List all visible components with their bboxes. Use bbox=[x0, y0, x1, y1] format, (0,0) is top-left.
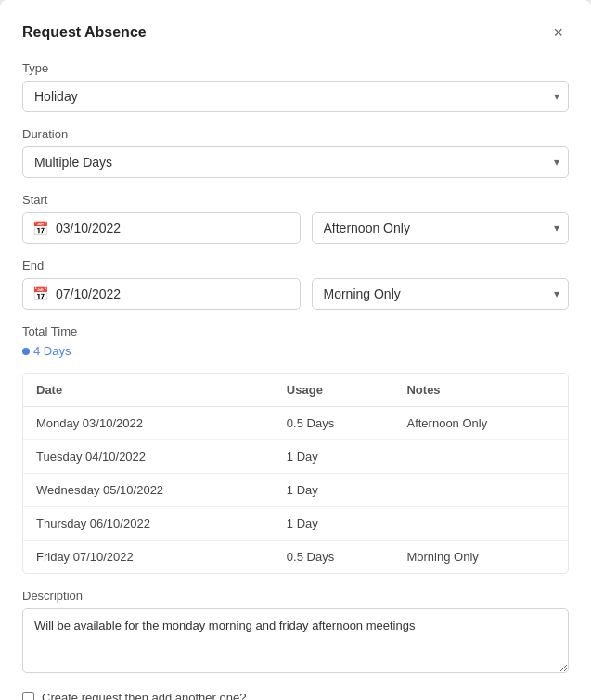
total-time-dot bbox=[22, 348, 30, 355]
cell-date: Friday 07/10/2022 bbox=[23, 541, 274, 574]
cell-notes: Morning Only bbox=[393, 541, 568, 574]
total-time-text: 4 Days bbox=[33, 344, 71, 358]
type-select[interactable]: Holiday Sick Personal bbox=[22, 81, 569, 112]
type-label: Type bbox=[22, 61, 569, 75]
cell-usage: 1 Day bbox=[274, 440, 394, 474]
col-date: Date bbox=[23, 374, 274, 407]
cell-notes: Afternoon Only bbox=[393, 407, 568, 440]
start-field-group: Start 📅 03/10/2022 All Day Morning Only … bbox=[22, 193, 569, 244]
col-usage: Usage bbox=[274, 374, 394, 407]
add-another-label[interactable]: Create request then add another one? bbox=[42, 691, 246, 700]
checkbox-row: Create request then add another one? bbox=[22, 691, 569, 700]
cell-usage: 1 Day bbox=[274, 507, 394, 541]
cell-usage: 1 Day bbox=[274, 474, 394, 507]
duration-label: Duration bbox=[22, 127, 569, 141]
close-button[interactable]: × bbox=[547, 22, 569, 43]
table-header-row: Date Usage Notes bbox=[23, 374, 568, 407]
table-row: Tuesday 04/10/20221 Day bbox=[23, 440, 568, 474]
table-row: Thursday 06/10/20221 Day bbox=[23, 507, 568, 541]
description-textarea[interactable] bbox=[22, 608, 569, 673]
end-date-value: 07/10/2022 bbox=[56, 286, 121, 301]
calendar-icon-end: 📅 bbox=[32, 286, 48, 301]
total-time-section: Total Time 4 Days bbox=[22, 325, 569, 358]
request-absence-modal: Request Absence × Type Holiday Sick Pers… bbox=[0, 0, 591, 700]
cell-notes bbox=[393, 440, 568, 474]
start-period-select[interactable]: All Day Morning Only Afternoon Only bbox=[312, 212, 570, 244]
total-time-label: Total Time bbox=[22, 325, 569, 338]
description-label: Description bbox=[22, 589, 569, 603]
type-field-group: Type Holiday Sick Personal ▾ bbox=[22, 61, 569, 112]
end-field-group: End 📅 07/10/2022 All Day Morning Only Af… bbox=[22, 259, 569, 310]
absence-table: Date Usage Notes Monday 03/10/20220.5 Da… bbox=[23, 374, 568, 573]
cell-date: Thursday 06/10/2022 bbox=[23, 507, 274, 541]
description-section: Description bbox=[22, 589, 569, 676]
cell-notes bbox=[393, 474, 568, 507]
cell-date: Wednesday 05/10/2022 bbox=[23, 474, 274, 507]
type-select-wrapper: Holiday Sick Personal ▾ bbox=[22, 81, 569, 112]
end-date-field[interactable]: 📅 07/10/2022 bbox=[22, 278, 301, 310]
start-date-value: 03/10/2022 bbox=[56, 221, 121, 235]
end-period-wrapper: All Day Morning Only Afternoon Only ▾ bbox=[312, 278, 570, 310]
end-row: 📅 07/10/2022 All Day Morning Only Aftern… bbox=[22, 278, 569, 310]
cell-usage: 0.5 Days bbox=[274, 541, 394, 574]
total-time-value: 4 Days bbox=[22, 344, 569, 358]
start-period-wrapper: All Day Morning Only Afternoon Only ▾ bbox=[312, 212, 570, 244]
table-row: Friday 07/10/20220.5 DaysMorning Only bbox=[23, 541, 568, 574]
end-label: End bbox=[22, 259, 569, 273]
modal-header: Request Absence × bbox=[22, 22, 569, 43]
calendar-icon: 📅 bbox=[32, 221, 48, 235]
cell-date: Monday 03/10/2022 bbox=[23, 407, 274, 440]
table-row: Wednesday 05/10/20221 Day bbox=[23, 474, 568, 507]
cell-usage: 0.5 Days bbox=[274, 407, 394, 440]
duration-field-group: Duration Single Day Multiple Days Half D… bbox=[22, 127, 569, 178]
start-row: 📅 03/10/2022 All Day Morning Only Aftern… bbox=[22, 212, 569, 244]
start-label: Start bbox=[22, 193, 569, 207]
modal-title: Request Absence bbox=[22, 24, 147, 41]
duration-select-wrapper: Single Day Multiple Days Half Day ▾ bbox=[22, 146, 569, 178]
col-notes: Notes bbox=[393, 374, 568, 407]
absence-table-section: Date Usage Notes Monday 03/10/20220.5 Da… bbox=[22, 373, 569, 574]
duration-select[interactable]: Single Day Multiple Days Half Day bbox=[22, 146, 569, 178]
cell-date: Tuesday 04/10/2022 bbox=[23, 440, 274, 474]
table-row: Monday 03/10/20220.5 DaysAfternoon Only bbox=[23, 407, 568, 440]
add-another-checkbox[interactable] bbox=[22, 692, 34, 700]
start-date-field[interactable]: 📅 03/10/2022 bbox=[22, 212, 301, 244]
end-period-select[interactable]: All Day Morning Only Afternoon Only bbox=[312, 278, 570, 310]
cell-notes bbox=[393, 507, 568, 541]
